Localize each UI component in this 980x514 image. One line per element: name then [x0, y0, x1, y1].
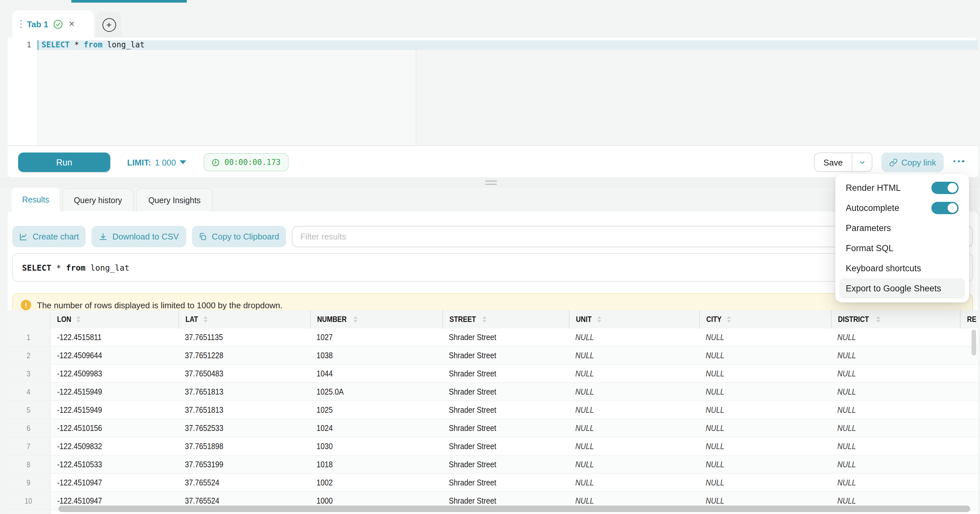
menu-item-format-sql[interactable]: Format SQL [839, 238, 965, 258]
sort-icon[interactable] [483, 316, 487, 322]
menu-item-export-google-sheets[interactable]: Export to Google Sheets [839, 278, 965, 299]
table-cell[interactable]: 37.7650483 [178, 365, 310, 382]
table-cell[interactable]: NULL [699, 419, 831, 437]
table-cell[interactable]: NULL [569, 383, 699, 401]
table-cell[interactable]: 1024 [310, 419, 442, 437]
download-csv-button[interactable]: Download to CSV [91, 226, 186, 247]
table-cell[interactable]: -122.4510533 [51, 456, 178, 473]
table-cell[interactable]: 1030 [310, 437, 442, 455]
table-cell[interactable]: Shrader Street [442, 346, 569, 364]
table-cell[interactable]: 37.7652533 [178, 419, 310, 437]
table-cell[interactable]: NULL [569, 456, 699, 473]
table-cell[interactable]: 1025 [310, 401, 442, 418]
column-header-unit[interactable]: UNIT [569, 310, 699, 328]
table-cell[interactable]: -122.4509644 [51, 346, 178, 364]
table-cell[interactable] [960, 437, 978, 455]
copy-link-button[interactable]: Copy link [881, 153, 944, 172]
panel-splitter[interactable] [0, 177, 980, 188]
table-cell[interactable]: 1002 [310, 474, 442, 491]
table-cell[interactable]: 37.7651228 [178, 346, 310, 364]
table-cell[interactable]: NULL [569, 419, 699, 437]
tab-results[interactable]: Results [12, 188, 60, 212]
table-cell[interactable]: Shrader Street [442, 437, 569, 455]
table-cell[interactable]: NULL [831, 437, 960, 455]
table-cell[interactable]: NULL [699, 456, 831, 473]
column-header-city[interactable]: CITY [699, 310, 831, 328]
sort-icon[interactable] [597, 316, 601, 322]
table-cell[interactable]: -122.4515949 [51, 383, 178, 401]
table-cell[interactable]: NULL [699, 437, 831, 455]
run-button[interactable]: Run [18, 153, 110, 172]
sort-icon[interactable] [354, 316, 358, 322]
save-options-button[interactable] [851, 153, 872, 171]
table-cell[interactable]: -122.4510947 [51, 474, 178, 491]
editor-empty-area[interactable] [37, 50, 417, 145]
column-header-street[interactable]: STREET [442, 310, 569, 328]
table-cell[interactable]: NULL [831, 419, 960, 437]
table-cell[interactable]: NULL [699, 328, 831, 346]
drag-grip-icon[interactable] [20, 20, 22, 28]
editor-active-line[interactable]: SELECT * from long_lat [37, 40, 978, 50]
column-header-district[interactable]: DISTRICT [831, 310, 960, 328]
table-cell[interactable]: NULL [699, 383, 831, 401]
column-header-lat[interactable]: LAT [178, 310, 310, 328]
table-cell[interactable]: -122.4515949 [51, 401, 178, 418]
table-cell[interactable]: Shrader Street [442, 383, 569, 401]
column-header-region[interactable]: RE [960, 310, 978, 328]
table-cell[interactable]: Shrader Street [442, 456, 569, 473]
table-cell[interactable]: NULL [569, 346, 699, 364]
table-cell[interactable]: NULL [569, 328, 699, 346]
table-cell[interactable]: 1027 [310, 328, 442, 346]
table-cell[interactable]: -122.4515811 [51, 328, 178, 346]
table-cell[interactable] [960, 456, 978, 473]
table-row[interactable]: 9 -122.4510947 37.765524 1002 Shrader St… [8, 474, 978, 492]
new-tab-button[interactable]: + [96, 12, 122, 38]
table-cell[interactable] [960, 419, 978, 437]
table-cell[interactable]: NULL [569, 474, 699, 491]
table-cell[interactable]: NULL [831, 346, 960, 364]
table-cell[interactable] [960, 474, 978, 491]
copy-to-clipboard-button[interactable]: Copy to Clipboard [192, 226, 286, 247]
table-cell[interactable]: Shrader Street [442, 365, 569, 382]
table-row[interactable]: 6 -122.4510156 37.7652533 1024 Shrader S… [8, 419, 978, 437]
table-cell[interactable]: 37.7651813 [178, 383, 310, 401]
table-cell[interactable]: 1018 [310, 456, 442, 473]
create-chart-button[interactable]: Create chart [12, 226, 86, 247]
table-row[interactable]: 4 -122.4515949 37.7651813 1025.0A Shrade… [8, 383, 978, 401]
tab-1[interactable]: Tab 1 ✕ [12, 10, 94, 38]
horizontal-scrollbar[interactable] [58, 506, 970, 512]
table-cell[interactable]: 37.7653199 [178, 456, 310, 473]
table-cell[interactable]: NULL [831, 401, 960, 418]
toggle-on-icon[interactable] [931, 182, 959, 194]
table-cell[interactable]: NULL [569, 365, 699, 382]
table-cell[interactable]: Shrader Street [442, 474, 569, 491]
sort-icon[interactable] [727, 316, 731, 322]
toggle-on-icon[interactable] [931, 202, 959, 214]
table-cell[interactable] [960, 383, 978, 401]
table-cell[interactable]: NULL [831, 474, 960, 491]
table-cell[interactable]: 37.7651135 [178, 328, 310, 346]
sort-icon[interactable] [77, 316, 81, 322]
table-cell[interactable]: 37.7651898 [178, 437, 310, 455]
menu-item-render-html[interactable]: Render HTML [839, 178, 965, 198]
vertical-scrollbar[interactable] [972, 330, 976, 356]
table-cell[interactable]: NULL [569, 437, 699, 455]
table-cell[interactable]: 1025.0A [310, 383, 442, 401]
table-cell[interactable] [960, 365, 978, 382]
table-row[interactable]: 5 -122.4515949 37.7651813 1025 Shrader S… [8, 401, 978, 419]
table-cell[interactable]: 1044 [310, 365, 442, 382]
tab-query-insights[interactable]: Query Insights [136, 188, 213, 212]
table-cell[interactable]: NULL [831, 365, 960, 382]
sort-icon[interactable] [876, 316, 880, 322]
table-cell[interactable]: NULL [569, 401, 699, 418]
table-cell[interactable]: NULL [699, 365, 831, 382]
table-cell[interactable] [960, 401, 978, 418]
more-options-button[interactable] [953, 160, 964, 162]
table-cell[interactable]: -122.4509832 [51, 437, 178, 455]
table-cell[interactable]: 37.7651813 [178, 401, 310, 418]
table-cell[interactable]: NULL [831, 456, 960, 473]
table-cell[interactable]: Shrader Street [442, 419, 569, 437]
menu-item-keyboard-shortcuts[interactable]: Keyboard shortcuts [839, 258, 965, 278]
table-cell[interactable]: 37.765524 [178, 474, 310, 491]
close-tab-icon[interactable]: ✕ [68, 20, 75, 28]
